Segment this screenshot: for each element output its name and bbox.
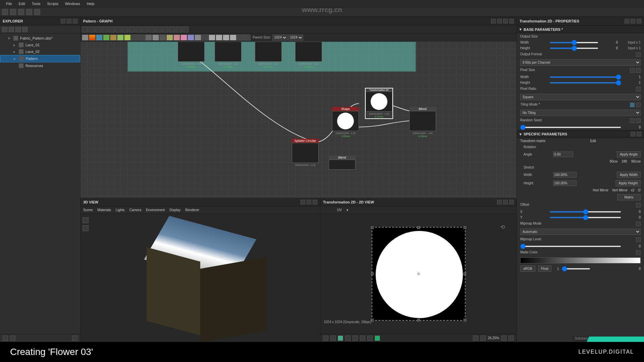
expose-icon[interactable] [631, 132, 635, 136]
swatch-input[interactable] [237, 35, 244, 41]
pin-icon[interactable] [61, 19, 65, 23]
offset-x-slider[interactable] [550, 211, 621, 213]
node-icon[interactable] [136, 26, 142, 33]
specific-params-header[interactable]: ▾SPECIFIC PARAMETERS [517, 130, 644, 138]
camera-icon[interactable] [83, 217, 89, 223]
float-button[interactable]: Float [538, 265, 551, 272]
reset-icon[interactable] [636, 68, 641, 73]
node-frame-2[interactable]: 1024x1024 - L16 0.73ms [215, 42, 241, 68]
rotate-90cw-button[interactable]: 90cw [610, 160, 618, 163]
tool-c-icon[interactable] [162, 26, 168, 33]
new-icon[interactable] [2, 9, 8, 15]
tool-b-icon[interactable] [156, 26, 162, 33]
3d-menu-lights[interactable]: Lights [116, 208, 125, 212]
maximize-icon[interactable] [497, 19, 502, 23]
channel-icon[interactable] [338, 336, 343, 341]
sphere-icon[interactable] [142, 26, 148, 33]
histogram-icon[interactable] [367, 336, 373, 341]
reset-icon[interactable] [636, 250, 641, 255]
reset-icon[interactable] [636, 52, 641, 57]
swatch-distance[interactable] [209, 35, 215, 41]
parent-width-select[interactable]: 1024 [272, 35, 287, 41]
node-frame-4[interactable]: 1024x1024 - L16 0.18ms [295, 42, 322, 68]
menu-help[interactable]: Help [84, 2, 98, 6]
2d-viewport[interactable]: ⟲ 1024 x 1024 (Grayscale, 16bpc) [320, 214, 517, 334]
swatch-output[interactable] [244, 35, 251, 41]
layers-icon[interactable] [323, 336, 328, 341]
zoom-icon[interactable] [102, 26, 108, 33]
swatch-emboss[interactable] [152, 35, 159, 41]
3d-viewport[interactable] [80, 214, 320, 342]
mipmap-level-slider[interactable] [520, 246, 621, 247]
tree-root[interactable]: ▾ Fabric_Pattern.sbs* [0, 35, 80, 42]
random-icon[interactable] [630, 118, 635, 123]
reset-icon[interactable] [636, 118, 641, 123]
offset-y-slider[interactable] [550, 217, 621, 218]
maximize-icon[interactable] [631, 19, 635, 23]
3d-menu-renderer[interactable]: Renderer [185, 208, 199, 212]
tiling-mode-select[interactable]: No Tiling [520, 110, 641, 116]
tool-d-icon[interactable] [169, 26, 175, 33]
link-icon[interactable] [115, 26, 121, 33]
div2-button[interactable]: /2 [638, 188, 641, 192]
swatch-channels[interactable] [166, 35, 173, 41]
stretch-height-input[interactable] [553, 180, 577, 186]
pin-icon[interactable] [491, 19, 496, 23]
close-icon[interactable] [637, 19, 641, 23]
matrix-button[interactable]: Matrix [617, 194, 641, 200]
node-transform2d[interactable]: Transformation 2D 1024x1024 - L16 0.27ms [366, 88, 392, 118]
swatch-uniform[interactable] [82, 35, 89, 41]
frame-icon[interactable] [129, 26, 135, 33]
reset-icon[interactable] [636, 87, 641, 92]
apply-angle-button[interactable]: Apply Angle [617, 151, 641, 158]
3d-menu-environment[interactable]: Environment [146, 208, 165, 212]
base-params-header[interactable]: ▾BASE PARAMETERS * [517, 25, 644, 33]
dot-icon[interactable] [375, 336, 380, 341]
output-width-slider[interactable] [550, 42, 598, 43]
pin-icon[interactable] [301, 200, 305, 204]
swatch-levels[interactable] [103, 35, 110, 41]
3d-menu-display[interactable]: Display [169, 208, 180, 212]
apply-height-button[interactable]: Apply Height [615, 180, 641, 186]
tree-item-pattern[interactable]: ▸ Pattern [0, 55, 80, 62]
menu-file[interactable]: File [3, 2, 15, 6]
zoom-icon[interactable] [501, 336, 506, 341]
swatch-hsl[interactable] [173, 35, 180, 41]
swatch-grayscale[interactable] [180, 35, 187, 41]
reset-icon[interactable] [636, 103, 641, 107]
tree-item-lace-01[interactable]: ▸ Lace_01 [0, 42, 80, 48]
lock-icon[interactable] [508, 336, 514, 341]
vert-mirror-button[interactable]: Vert Mirror [612, 188, 628, 192]
tool-e-icon[interactable] [176, 26, 182, 33]
graph-canvas[interactable]: 1024x1024 - L16 0.52ms 1024x1024 - L16 0… [80, 42, 517, 198]
swatch-text[interactable] [187, 35, 194, 41]
swatch-pixel[interactable] [216, 35, 222, 41]
output-format-select[interactable]: 8 Bits per Channel [520, 59, 641, 66]
redo-icon[interactable] [34, 9, 40, 15]
menu-windows[interactable]: Windows [62, 2, 84, 6]
rotate-handle-icon[interactable]: ⟲ [500, 224, 505, 230]
fit-icon[interactable] [473, 336, 478, 341]
reset-icon[interactable] [637, 132, 641, 136]
srgb-button[interactable]: sRGB [520, 265, 535, 272]
maximize-icon[interactable] [67, 19, 71, 23]
hori-mirror-button[interactable]: Hori Mirror [593, 188, 608, 192]
random-icon[interactable] [109, 26, 115, 33]
tool-a-icon[interactable] [149, 26, 155, 33]
random-seed-slider[interactable] [520, 127, 621, 128]
minimize-icon[interactable] [503, 19, 508, 23]
apply-width-button[interactable]: Apply Width [617, 172, 641, 178]
x2-button[interactable]: x2 [631, 188, 635, 192]
swatch-blend[interactable] [89, 35, 96, 41]
link-icon[interactable] [630, 68, 635, 73]
tree-item-lace-02[interactable]: ▸ Lace_02 [0, 48, 80, 55]
close-icon[interactable] [509, 200, 514, 204]
tree-item-resources[interactable]: Resources [0, 62, 80, 69]
menu-tools[interactable]: Tools [29, 2, 44, 6]
tool-icon[interactable] [3, 336, 8, 341]
swatch-normal[interactable] [159, 35, 166, 41]
info-icon[interactable] [360, 336, 365, 341]
settings-icon[interactable] [72, 336, 77, 341]
3d-menu-camera[interactable]: Camera [129, 208, 142, 212]
output-height-slider[interactable] [550, 48, 598, 49]
